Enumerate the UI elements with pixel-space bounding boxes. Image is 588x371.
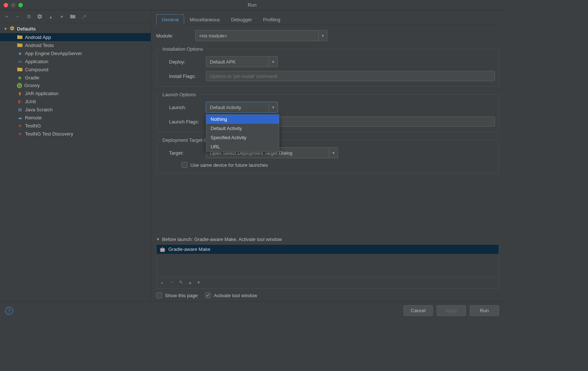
sidebar-item-label: Remote <box>25 115 42 120</box>
sidebar-item-gradle[interactable]: ◉ Gradle <box>0 73 151 82</box>
tab-profiling[interactable]: Profiling <box>258 14 286 25</box>
run-button[interactable]: Run <box>470 305 499 316</box>
remove-task-icon[interactable]: − <box>170 280 173 286</box>
launch-options: Launch Options Launch: Default Activity … <box>156 92 499 132</box>
sidebar-item-java-scratch[interactable]: ▤ Java Scratch <box>0 105 151 114</box>
launch-option-default-activity[interactable]: Default Activity <box>206 124 279 133</box>
sidebar-item-application[interactable]: ▭ Application <box>0 57 151 65</box>
sidebar-item-label: Application <box>25 59 49 64</box>
sidebar-item-jar[interactable]: ▮ JAR Application <box>0 89 151 97</box>
general-form: Module: <no module> ▼ Installation Optio… <box>156 25 499 173</box>
chevron-down-icon: ▼ <box>318 30 327 41</box>
sidebar: ＋ − ⧉ ▴ ▾ ↓ª ▼ Defaults <box>0 10 151 301</box>
cancel-button[interactable]: Cancel <box>404 305 433 316</box>
android-icon: 🤖 <box>159 246 165 252</box>
bottom-options: Show this page Activate tool window <box>156 289 499 301</box>
content-panel: General Miscellaneous Debugger Profiling… <box>151 10 504 301</box>
sidebar-item-label: JUnit <box>25 99 36 104</box>
sidebar-item-label: Java Scratch <box>25 107 53 112</box>
settings-icon[interactable] <box>37 14 43 19</box>
edit-task-icon[interactable]: ✎ <box>179 280 183 286</box>
main-area: ＋ − ⧉ ▴ ▾ ↓ª ▼ Defaults <box>0 10 504 301</box>
before-launch-list: 🤖 Gradle-aware Make <box>156 244 499 277</box>
sidebar-item-label: JAR Application <box>25 91 58 96</box>
help-icon[interactable]: ? <box>5 307 13 315</box>
sidebar-item-label: Android App <box>25 35 51 40</box>
sidebar-item-testng[interactable]: ⬘ TestNG <box>0 122 151 130</box>
close-window-icon[interactable] <box>4 3 8 7</box>
launch-value: Default Activity <box>206 105 269 110</box>
launch-label: Launch: <box>169 105 202 110</box>
launch-flags-label: Launch Flags: <box>169 119 202 125</box>
gradle-icon: ◉ <box>17 75 23 80</box>
sidebar-item-testng-discovery[interactable]: ⬘ TestNG Test Discovery <box>0 130 151 138</box>
copy-config-icon[interactable]: ⧉ <box>26 14 32 19</box>
maximize-window-icon[interactable] <box>18 3 23 7</box>
launch-row: Launch: Default Activity ▼ Nothing Defau… <box>160 102 495 113</box>
deploy-select[interactable]: Default APK ▼ <box>206 56 278 67</box>
activate-tool-window-label: Activate tool window <box>214 293 257 298</box>
sidebar-item-label: Groovy <box>24 83 40 88</box>
launch-option-specified-activity[interactable]: Specified Activity <box>206 133 279 142</box>
move-down-icon[interactable]: ▾ <box>59 14 65 19</box>
testng-icon: ⬘ <box>17 131 23 137</box>
remote-icon: ☁ <box>17 115 23 120</box>
sidebar-item-junit[interactable]: ◧ JUnit <box>0 97 151 105</box>
launch-option-nothing[interactable]: Nothing <box>206 115 279 124</box>
run-config-window: Run ＋ − ⧉ ▴ ▾ ↓ª ▼ <box>0 0 504 320</box>
window-title: Run <box>248 2 257 8</box>
sort-icon[interactable]: ↓ª <box>81 14 87 19</box>
folder-icon[interactable] <box>70 14 76 19</box>
install-flags-label: Install Flags: <box>169 73 202 79</box>
app-icon: ▭ <box>17 58 23 64</box>
minimize-window-icon[interactable] <box>11 3 15 7</box>
appengine-icon: ◆ <box>17 50 23 56</box>
config-tree: ▼ Defaults Android App Android Tests ◆ <box>0 23 151 301</box>
remove-config-icon[interactable]: − <box>15 14 21 19</box>
move-up-icon[interactable]: ▴ <box>189 280 191 286</box>
expand-arrow-icon: ▼ <box>156 237 160 241</box>
tab-miscellaneous[interactable]: Miscellaneous <box>184 14 225 25</box>
titlebar: Run <box>0 0 504 10</box>
sidebar-item-label: App Engine DevAppServer <box>25 51 82 56</box>
add-config-icon[interactable]: ＋ <box>4 14 10 19</box>
move-down-icon[interactable]: ▾ <box>197 280 200 286</box>
launch-select[interactable]: Default Activity ▼ Nothing Default Activ… <box>206 102 278 113</box>
activate-tool-window-checkbox[interactable] <box>205 292 211 298</box>
testng-icon: ⬘ <box>17 123 23 129</box>
apply-button[interactable]: Apply <box>437 305 466 316</box>
show-this-page-checkbox[interactable] <box>156 292 162 298</box>
gear-icon <box>10 26 15 32</box>
use-same-device-label: Use same device for future launches <box>190 162 268 168</box>
sidebar-item-android-tests[interactable]: Android Tests <box>0 41 151 49</box>
tree-root-label: Defaults <box>17 26 36 32</box>
sidebar-item-android-app[interactable]: Android App <box>0 33 151 41</box>
module-value: <no module> <box>196 33 318 39</box>
move-up-icon[interactable]: ▴ <box>48 14 54 19</box>
tree-root-defaults[interactable]: ▼ Defaults <box>0 25 151 33</box>
install-flags-input[interactable] <box>206 71 495 81</box>
folder-icon <box>17 66 23 72</box>
add-task-icon[interactable]: ＋ <box>159 280 164 286</box>
before-launch-section: ▼ Before launch: Gradle-aware Make, Acti… <box>156 222 499 301</box>
footer: ? Cancel Apply Run <box>0 301 504 320</box>
folder-android-icon <box>17 42 23 48</box>
sidebar-item-remote[interactable]: ☁ Remote <box>0 114 151 122</box>
sidebar-item-label: Compound <box>25 67 49 72</box>
tab-general[interactable]: General <box>156 14 184 25</box>
before-launch-title: Before launch: Gradle-aware Make, Activa… <box>162 237 282 242</box>
before-launch-header[interactable]: ▼ Before launch: Gradle-aware Make, Acti… <box>156 237 499 244</box>
target-label: Target: <box>169 150 202 156</box>
deploy-value: Default APK <box>206 59 269 65</box>
use-same-device-checkbox[interactable] <box>182 162 187 168</box>
module-select[interactable]: <no module> ▼ <box>195 30 327 41</box>
launch-option-url[interactable]: URL <box>206 142 279 151</box>
sidebar-item-groovy[interactable]: G Groovy <box>0 82 151 89</box>
groovy-icon: G <box>17 83 22 88</box>
sidebar-item-appengine[interactable]: ◆ App Engine DevAppServer <box>0 49 151 57</box>
sidebar-item-compound[interactable]: Compound <box>0 65 151 73</box>
scratch-icon: ▤ <box>17 107 23 112</box>
before-launch-item[interactable]: 🤖 Gradle-aware Make <box>157 245 499 254</box>
tab-debugger[interactable]: Debugger <box>226 14 258 25</box>
use-same-device-row: Use same device for future launches <box>160 162 495 168</box>
